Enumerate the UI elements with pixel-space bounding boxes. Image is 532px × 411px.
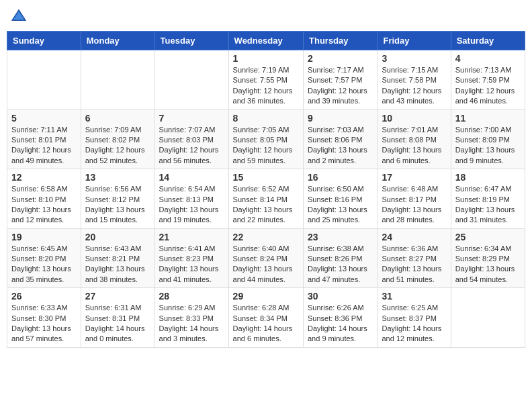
calendar-week-4: 19Sunrise: 6:45 AM Sunset: 8:20 PM Dayli… (7, 228, 525, 288)
logo (9, 7, 31, 26)
calendar-header-friday: Friday (378, 32, 451, 50)
day-number: 17 (382, 172, 446, 183)
calendar-cell (154, 50, 228, 110)
day-number: 14 (159, 172, 224, 183)
day-number: 2 (308, 53, 373, 64)
calendar-cell: 23Sunrise: 6:38 AM Sunset: 8:26 PM Dayli… (304, 228, 378, 288)
day-info: Sunrise: 6:26 AM Sunset: 8:36 PM Dayligh… (308, 303, 373, 345)
day-number: 30 (308, 291, 373, 302)
calendar-header-saturday: Saturday (451, 32, 525, 50)
calendar-cell: 28Sunrise: 6:29 AM Sunset: 8:33 PM Dayli… (154, 288, 228, 348)
calendar-cell: 25Sunrise: 6:34 AM Sunset: 8:29 PM Dayli… (451, 228, 525, 288)
day-number: 16 (308, 172, 373, 183)
day-number: 31 (382, 291, 446, 302)
calendar-cell: 20Sunrise: 6:43 AM Sunset: 8:21 PM Dayli… (81, 228, 154, 288)
day-info: Sunrise: 7:11 AM Sunset: 8:01 PM Dayligh… (11, 125, 77, 167)
calendar-cell: 17Sunrise: 6:48 AM Sunset: 8:17 PM Dayli… (378, 169, 451, 229)
calendar-cell: 4Sunrise: 7:13 AM Sunset: 7:59 PM Daylig… (451, 50, 525, 110)
calendar-cell: 2Sunrise: 7:17 AM Sunset: 7:57 PM Daylig… (304, 50, 378, 110)
day-number: 7 (159, 113, 224, 124)
day-number: 20 (85, 232, 150, 242)
calendar-cell: 8Sunrise: 7:05 AM Sunset: 8:05 PM Daylig… (228, 109, 303, 169)
calendar-cell: 5Sunrise: 7:11 AM Sunset: 8:01 PM Daylig… (7, 109, 81, 169)
day-number: 12 (11, 172, 77, 183)
day-number: 1 (233, 53, 299, 64)
calendar-cell (7, 50, 81, 110)
day-info: Sunrise: 6:41 AM Sunset: 8:23 PM Dayligh… (159, 244, 224, 285)
day-info: Sunrise: 6:47 AM Sunset: 8:19 PM Dayligh… (455, 184, 521, 226)
day-number: 29 (233, 291, 299, 302)
calendar-cell: 3Sunrise: 7:15 AM Sunset: 7:58 PM Daylig… (378, 50, 451, 110)
day-info: Sunrise: 6:29 AM Sunset: 8:33 PM Dayligh… (159, 303, 224, 345)
calendar-cell: 12Sunrise: 6:58 AM Sunset: 8:10 PM Dayli… (7, 169, 81, 229)
calendar-cell: 27Sunrise: 6:31 AM Sunset: 8:31 PM Dayli… (81, 288, 154, 348)
day-info: Sunrise: 7:05 AM Sunset: 8:05 PM Dayligh… (233, 125, 299, 167)
day-info: Sunrise: 6:28 AM Sunset: 8:34 PM Dayligh… (233, 303, 299, 345)
day-number: 13 (85, 172, 150, 183)
day-number: 23 (308, 232, 373, 242)
day-info: Sunrise: 6:58 AM Sunset: 8:10 PM Dayligh… (11, 184, 77, 226)
calendar-header-row: SundayMondayTuesdayWednesdayThursdayFrid… (7, 32, 525, 50)
calendar-cell: 10Sunrise: 7:01 AM Sunset: 8:08 PM Dayli… (378, 109, 451, 169)
calendar-cell: 26Sunrise: 6:33 AM Sunset: 8:30 PM Dayli… (7, 288, 81, 348)
calendar-cell: 15Sunrise: 6:52 AM Sunset: 8:14 PM Dayli… (228, 169, 303, 229)
day-number: 4 (455, 53, 521, 64)
day-info: Sunrise: 6:31 AM Sunset: 8:31 PM Dayligh… (85, 303, 150, 345)
calendar-cell: 16Sunrise: 6:50 AM Sunset: 8:16 PM Dayli… (304, 169, 378, 229)
calendar-week-5: 26Sunrise: 6:33 AM Sunset: 8:30 PM Dayli… (7, 288, 525, 348)
day-number: 6 (85, 113, 150, 124)
calendar-cell: 29Sunrise: 6:28 AM Sunset: 8:34 PM Dayli… (228, 288, 303, 348)
calendar-cell: 24Sunrise: 6:36 AM Sunset: 8:27 PM Dayli… (378, 228, 451, 288)
calendar-week-3: 12Sunrise: 6:58 AM Sunset: 8:10 PM Dayli… (7, 169, 525, 229)
calendar-header-thursday: Thursday (304, 32, 378, 50)
calendar-table: SundayMondayTuesdayWednesdayThursdayFrid… (7, 31, 525, 348)
day-info: Sunrise: 6:50 AM Sunset: 8:16 PM Dayligh… (308, 184, 373, 226)
calendar-cell (81, 50, 154, 110)
day-info: Sunrise: 7:01 AM Sunset: 8:08 PM Dayligh… (382, 125, 446, 167)
calendar-cell: 9Sunrise: 7:03 AM Sunset: 8:06 PM Daylig… (304, 109, 378, 169)
day-info: Sunrise: 7:09 AM Sunset: 8:02 PM Dayligh… (85, 125, 150, 167)
day-number: 15 (233, 172, 299, 183)
calendar-header-monday: Monday (81, 32, 154, 50)
day-info: Sunrise: 6:54 AM Sunset: 8:13 PM Dayligh… (159, 184, 224, 226)
calendar-cell: 6Sunrise: 7:09 AM Sunset: 8:02 PM Daylig… (81, 109, 154, 169)
calendar-week-2: 5Sunrise: 7:11 AM Sunset: 8:01 PM Daylig… (7, 109, 525, 169)
day-info: Sunrise: 6:56 AM Sunset: 8:12 PM Dayligh… (85, 184, 150, 226)
calendar-week-1: 1Sunrise: 7:19 AM Sunset: 7:55 PM Daylig… (7, 50, 525, 110)
day-number: 9 (308, 113, 373, 124)
day-info: Sunrise: 6:43 AM Sunset: 8:21 PM Dayligh… (85, 244, 150, 285)
day-info: Sunrise: 6:52 AM Sunset: 8:14 PM Dayligh… (233, 184, 299, 226)
day-info: Sunrise: 7:07 AM Sunset: 8:03 PM Dayligh… (159, 125, 224, 167)
calendar-header-tuesday: Tuesday (154, 32, 228, 50)
day-info: Sunrise: 7:03 AM Sunset: 8:06 PM Dayligh… (308, 125, 373, 167)
calendar-cell: 19Sunrise: 6:45 AM Sunset: 8:20 PM Dayli… (7, 228, 81, 288)
day-number: 22 (233, 232, 299, 242)
calendar-cell: 21Sunrise: 6:41 AM Sunset: 8:23 PM Dayli… (154, 228, 228, 288)
day-number: 3 (382, 53, 446, 64)
day-info: Sunrise: 7:19 AM Sunset: 7:55 PM Dayligh… (233, 65, 299, 107)
calendar-cell: 13Sunrise: 6:56 AM Sunset: 8:12 PM Dayli… (81, 169, 154, 229)
day-number: 25 (455, 232, 521, 242)
day-info: Sunrise: 6:33 AM Sunset: 8:30 PM Dayligh… (11, 303, 77, 345)
calendar-cell: 31Sunrise: 6:25 AM Sunset: 8:37 PM Dayli… (378, 288, 451, 348)
day-number: 5 (11, 113, 77, 124)
day-info: Sunrise: 6:36 AM Sunset: 8:27 PM Dayligh… (382, 244, 446, 285)
day-number: 26 (11, 291, 77, 302)
day-number: 21 (159, 232, 224, 242)
calendar-cell: 1Sunrise: 7:19 AM Sunset: 7:55 PM Daylig… (228, 50, 303, 110)
calendar-cell (451, 288, 525, 348)
calendar-cell: 22Sunrise: 6:40 AM Sunset: 8:24 PM Dayli… (228, 228, 303, 288)
day-info: Sunrise: 6:25 AM Sunset: 8:37 PM Dayligh… (382, 303, 446, 345)
day-info: Sunrise: 7:13 AM Sunset: 7:59 PM Dayligh… (455, 65, 521, 107)
calendar-header-wednesday: Wednesday (228, 32, 303, 50)
day-number: 18 (455, 172, 521, 183)
calendar-cell: 14Sunrise: 6:54 AM Sunset: 8:13 PM Dayli… (154, 169, 228, 229)
page-header (7, 7, 525, 26)
day-info: Sunrise: 7:17 AM Sunset: 7:57 PM Dayligh… (308, 65, 373, 107)
day-info: Sunrise: 6:40 AM Sunset: 8:24 PM Dayligh… (233, 244, 299, 285)
logo-icon (9, 7, 28, 26)
day-number: 28 (159, 291, 224, 302)
day-info: Sunrise: 6:38 AM Sunset: 8:26 PM Dayligh… (308, 244, 373, 285)
calendar-cell: 11Sunrise: 7:00 AM Sunset: 8:09 PM Dayli… (451, 109, 525, 169)
day-info: Sunrise: 6:45 AM Sunset: 8:20 PM Dayligh… (11, 244, 77, 285)
